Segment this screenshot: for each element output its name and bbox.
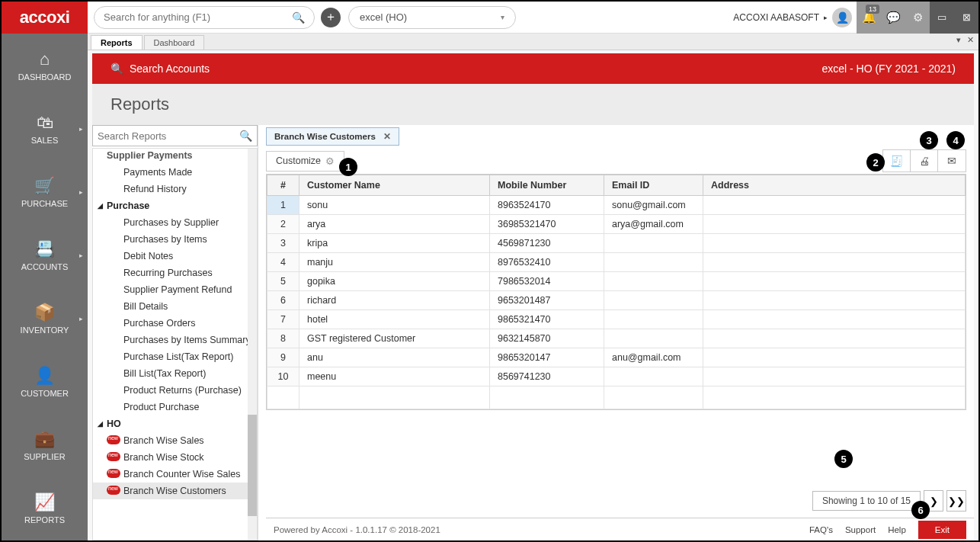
tree-item[interactable]: Purchases by Items	[93, 231, 257, 248]
caret-right-icon: ▸	[824, 14, 828, 21]
search-icon[interactable]: 🔍	[292, 11, 305, 24]
tree-item[interactable]: Purchases by Supplier	[93, 214, 257, 231]
support-link[interactable]: Support	[845, 525, 876, 534]
avatar[interactable]: 👤	[832, 8, 852, 27]
triangle-down-icon: ◢	[98, 202, 103, 210]
main-nav: ⌂ DASHBOARD 🛍 SALES ▸ 🛒 PURCHASE ▸ 📇 ACC…	[2, 34, 88, 540]
customize-button[interactable]: Customize ⚙	[266, 151, 344, 172]
bell-icon[interactable]: 🔔13	[857, 2, 881, 34]
tree-item[interactable]: Payments Made	[93, 164, 257, 181]
tree-item[interactable]: Bill List(Tax Report)	[93, 365, 257, 382]
briefcase-icon: 💼	[34, 429, 55, 449]
cell-mobile: 9653201487	[490, 291, 604, 310]
report-search[interactable]: 🔍	[92, 125, 258, 146]
nav-supplier[interactable]: 💼 SUPPLIER	[2, 413, 88, 476]
print-icon[interactable]: 🖨	[911, 150, 938, 172]
tree-group[interactable]: Supplier Payments	[93, 150, 257, 164]
cell-name: hotel	[299, 310, 490, 329]
cell-name: kripa	[299, 234, 490, 253]
tree-group-ho[interactable]: ◢HO	[93, 415, 257, 432]
search-icon[interactable]: 🔍	[239, 130, 252, 142]
help-link[interactable]: Help	[888, 525, 906, 534]
mail-icon[interactable]: ✉	[938, 150, 966, 172]
cell-email: sonu@gmail.com	[604, 196, 703, 215]
last-page-button[interactable]: ❯❯	[946, 490, 966, 512]
nav-label: INVENTORY	[21, 326, 69, 335]
tab-dashboard[interactable]: Dashboard	[144, 35, 205, 50]
nav-label: SUPPLIER	[24, 452, 65, 461]
callout-4: 4	[946, 131, 965, 149]
nav-dashboard[interactable]: ⌂ DASHBOARD	[2, 34, 88, 97]
tenant-label: excel (HO)	[360, 11, 407, 23]
report-tab[interactable]: Branch Wise Customers ✕	[266, 127, 399, 146]
col-index[interactable]: #	[267, 175, 299, 196]
tree-item[interactable]: Supplier Payment Refund	[93, 281, 257, 298]
nav-inventory[interactable]: 📦 INVENTORY ▸	[2, 287, 88, 350]
tree-item[interactable]: Branch Wise Stock	[93, 449, 257, 466]
scrollbar-thumb[interactable]	[248, 415, 257, 516]
tab-close-icon[interactable]: ✕	[967, 35, 974, 45]
table-row[interactable]: 10meenu8569741230	[267, 367, 966, 386]
gear-icon[interactable]: ⚙	[905, 2, 930, 34]
report-search-input[interactable]	[98, 130, 239, 142]
cell-name: sonu	[299, 196, 490, 215]
callout-2: 2	[866, 153, 885, 172]
close-icon[interactable]: ⊠	[954, 2, 978, 34]
tree-item[interactable]: Recurring Purchases	[93, 265, 257, 281]
tab-menu-icon[interactable]: ▾	[956, 35, 961, 45]
global-search-input[interactable]	[104, 11, 292, 23]
chat-icon[interactable]: 💬	[881, 2, 905, 34]
cell-index: 9	[267, 348, 299, 367]
tab-reports[interactable]: Reports	[91, 35, 143, 50]
global-search[interactable]: 🔍	[94, 6, 315, 29]
tree-item[interactable]: Refund History	[93, 181, 257, 197]
tree-item[interactable]: Branch Wise Sales	[93, 432, 257, 449]
table-row[interactable]: 4manju8976532410	[267, 253, 966, 272]
search-accounts-label[interactable]: Search Accounts	[130, 63, 210, 75]
tree-item[interactable]: Debit Notes	[93, 248, 257, 265]
callout-1: 1	[339, 158, 357, 176]
report-tab-label: Branch Wise Customers	[274, 132, 376, 141]
table-row[interactable]: 5gopika7986532014	[267, 272, 966, 291]
nav-purchase[interactable]: 🛒 PURCHASE ▸	[2, 160, 88, 223]
exit-button[interactable]: Exit	[918, 521, 966, 539]
powered-by: Powered by Accoxi - 1.0.1.17 © 2018-2021	[274, 525, 440, 534]
add-button[interactable]: ＋	[321, 8, 341, 27]
nav-accounts[interactable]: 📇 ACCOUNTS ▸	[2, 223, 88, 287]
col-address[interactable]: Address	[703, 175, 966, 196]
table-row[interactable]: 7hotel9865321470	[267, 310, 966, 329]
col-name[interactable]: Customer Name	[299, 175, 490, 196]
table-row[interactable]: 1sonu8963524170sonu@gmail.com	[267, 196, 966, 215]
nav-reports[interactable]: 📈 REPORTS	[2, 476, 88, 540]
pdf-icon[interactable]: 🧾	[883, 150, 911, 172]
search-icon[interactable]: 🔍	[110, 63, 123, 75]
table-row[interactable]: 2arya36985321470arya@gmail.com	[267, 215, 966, 234]
col-mobile[interactable]: Mobile Number	[490, 175, 604, 196]
caret-right-icon: ▸	[79, 252, 83, 259]
tree-item[interactable]: Purchase Orders	[93, 315, 257, 332]
cell-email	[604, 291, 703, 310]
tree-item[interactable]: Purchase List(Tax Report)	[93, 348, 257, 365]
minimize-icon[interactable]: ▭	[930, 2, 954, 34]
cell-email	[604, 367, 703, 386]
table-row[interactable]: 6richard9653201487	[267, 291, 966, 310]
close-icon[interactable]: ✕	[383, 131, 391, 142]
nav-customer[interactable]: 👤 CUSTOMER	[2, 350, 88, 413]
customers-grid: # Customer Name Mobile Number Email ID A…	[266, 174, 966, 410]
tree-item[interactable]: Branch Counter Wise Sales	[93, 466, 257, 483]
table-row[interactable]: 8GST registered Customer9632145870	[267, 329, 966, 348]
cell-index: 6	[267, 291, 299, 310]
tree-item[interactable]: Bill Details	[93, 298, 257, 315]
tree-item[interactable]: Purchases by Items Summary	[93, 332, 257, 348]
nav-sales[interactable]: 🛍 SALES ▸	[2, 97, 88, 160]
table-row[interactable]: 9anu9865320147anu@gmail.com	[267, 348, 966, 367]
tree-item-branch-customers[interactable]: Branch Wise Customers	[93, 483, 257, 499]
tenant-dropdown[interactable]: excel (HO) ▾	[348, 6, 516, 29]
tree-item[interactable]: Product Returns (Purchase)	[93, 382, 257, 399]
faq-link[interactable]: FAQ's	[809, 525, 833, 534]
table-row[interactable]: 3kripa4569871230	[267, 234, 966, 253]
col-email[interactable]: Email ID	[604, 175, 703, 196]
nav-label: PURCHASE	[21, 199, 68, 208]
tree-group-purchase[interactable]: ◢Purchase	[93, 197, 257, 214]
tree-item[interactable]: Product Purchase	[93, 399, 257, 415]
